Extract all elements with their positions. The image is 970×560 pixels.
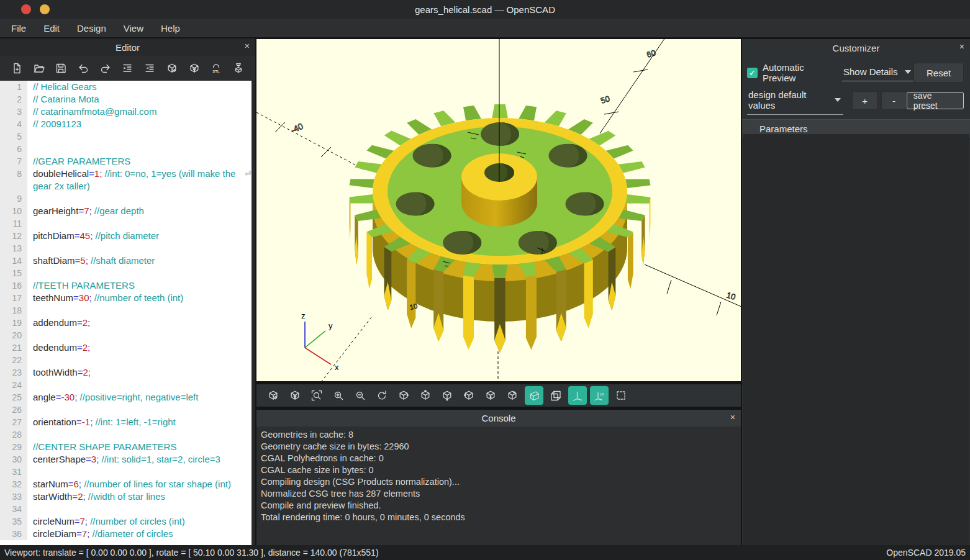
preview-icon[interactable] <box>264 386 283 405</box>
line-number: 4 <box>0 118 27 130</box>
console-line: CGAL cache size in bytes: 0 <box>261 464 737 476</box>
editor-close-icon[interactable]: × <box>245 42 250 50</box>
code-line-32: 32starNum=6; //number of lines for star … <box>0 478 252 490</box>
code-line-10: 10gearHeight=7; //gear depth <box>0 205 252 217</box>
menu-item-help[interactable]: Help <box>152 20 189 36</box>
console-line: Compiling design (CSG Products normaliza… <box>261 476 737 488</box>
line-number: 31 <box>0 466 27 478</box>
code-line-15: 15 <box>0 267 252 279</box>
code-line-28: 28 <box>0 428 252 441</box>
title-bar: gears_helical.scad — OpenSCAD <box>0 0 970 19</box>
orthogonal-icon[interactable] <box>546 386 565 405</box>
perspective-icon[interactable] <box>525 386 543 405</box>
undo-icon[interactable] <box>74 60 93 77</box>
code-line-9: 9 <box>0 192 252 205</box>
line-number: 22 <box>0 354 27 366</box>
line-number: 21 <box>0 341 27 354</box>
open-icon[interactable] <box>30 60 48 77</box>
indent-icon[interactable] <box>118 60 137 77</box>
line-number: 17 <box>0 292 27 304</box>
code-line-29: 29//CENTER SHAPE PARAMETERS <box>0 441 252 453</box>
preset-dropdown[interactable]: design default values <box>747 87 843 115</box>
unindent-icon[interactable] <box>140 60 159 77</box>
view-front-icon[interactable] <box>481 386 500 405</box>
line-number: 18 <box>0 304 27 317</box>
show-crosshairs-icon[interactable] <box>612 386 630 405</box>
reset-view-icon[interactable] <box>373 386 391 405</box>
export-stl-icon[interactable]: STL <box>207 60 225 77</box>
console-close-icon[interactable]: × <box>730 413 735 422</box>
code-line-14: 14shaftDiam=5; //shaft diameter <box>0 255 252 267</box>
menu-bar: FileEditDesignViewHelp <box>0 19 970 37</box>
code-editor[interactable]: 1// Helical Gears2// Catarina Mota3// ca… <box>0 81 252 545</box>
line-number: 3 <box>0 106 27 118</box>
code-line-7: 7//GEAR PARAMETERS <box>0 155 252 168</box>
menu-item-design[interactable]: Design <box>68 20 115 36</box>
code-line-22: 22 <box>0 354 252 366</box>
preview-icon[interactable] <box>163 60 181 77</box>
code-line-6: 6 <box>0 143 252 155</box>
code-line-35: 35circleNum=7; //number of circles (int) <box>0 515 252 528</box>
print-3d-icon[interactable] <box>229 60 248 77</box>
zoom-in-icon[interactable] <box>329 386 348 405</box>
axis-label-x: x <box>335 363 339 372</box>
save-preset-button[interactable]: save preset <box>907 92 964 109</box>
line-number: 19 <box>0 317 27 329</box>
status-bar: Viewport: translate = [ 0.00 0.00 0.00 ]… <box>0 545 970 560</box>
render-icon[interactable] <box>185 60 204 77</box>
viewport-toolbar: 10 <box>256 384 741 407</box>
window-close-button[interactable] <box>21 4 31 14</box>
code-line-17: 17teethNum=30; //number of teeth (int) <box>0 292 252 304</box>
status-viewport-info: Viewport: translate = [ 0.00 0.00 0.00 ]… <box>4 548 379 558</box>
menu-item-file[interactable]: File <box>2 20 35 36</box>
zoom-out-icon[interactable] <box>351 386 369 405</box>
code-line-20: 20 <box>0 329 252 341</box>
line-number: 29 <box>0 441 27 453</box>
show-axes-icon[interactable] <box>568 386 587 405</box>
line-number: 25 <box>0 391 27 404</box>
svg-text:10: 10 <box>600 392 604 396</box>
zoom-all-icon[interactable] <box>307 386 326 405</box>
window-minimize-button[interactable] <box>40 4 50 14</box>
3d-viewport[interactable]: -40 50 60 10 10 z y x <box>256 39 741 381</box>
add-preset-button[interactable]: + <box>852 91 877 110</box>
console-log[interactable]: Geometries in cache: 8Geometry cache siz… <box>256 427 741 526</box>
show-scale-markers-icon[interactable]: 10 <box>590 386 609 405</box>
line-number: 24 <box>0 379 27 391</box>
view-bottom-icon[interactable] <box>438 386 456 405</box>
line-number: 9 <box>0 192 27 205</box>
line-number: 1 <box>0 81 27 93</box>
line-number: 36 <box>0 528 27 540</box>
customizer-header: Customizer × <box>742 39 970 56</box>
remove-preset-button[interactable]: - <box>881 91 907 110</box>
view-right-icon[interactable] <box>394 386 413 405</box>
console-line: Normalized CSG tree has 287 elements <box>261 488 737 500</box>
line-number: 5 <box>0 130 27 143</box>
show-details-dropdown[interactable]: Show Details <box>842 64 913 81</box>
code-line-36: 36circleDiam=7; //diameter of circles <box>0 528 252 540</box>
reset-button[interactable]: Reset <box>913 63 964 83</box>
menu-item-view[interactable]: View <box>115 20 152 36</box>
status-version: OpenSCAD 2019.05 <box>886 548 966 558</box>
save-icon[interactable] <box>52 60 70 77</box>
render-icon[interactable] <box>286 386 304 405</box>
console-line: Compile and preview finished. <box>261 500 737 512</box>
menu-item-edit[interactable]: Edit <box>35 20 68 36</box>
code-line-30: 30centerShape=3; //int: solid=1, star=2,… <box>0 453 252 466</box>
chevron-down-icon <box>835 98 841 102</box>
axis-label-z: z <box>301 311 306 320</box>
customizer-close-icon[interactable]: × <box>959 42 964 51</box>
automatic-preview-checkbox[interactable]: ✓ <box>747 68 758 78</box>
line-number: 15 <box>0 267 27 279</box>
code-line-24: 24 <box>0 379 252 391</box>
line-number: 27 <box>0 416 27 428</box>
view-left-icon[interactable] <box>460 386 478 405</box>
redo-icon[interactable] <box>96 60 115 77</box>
line-number: 12 <box>0 230 27 242</box>
code-line-27: 27orientation=-1; //int: 1=left, -1=righ… <box>0 416 252 428</box>
new-file-icon[interactable] <box>7 60 26 77</box>
line-number: 30 <box>0 453 27 466</box>
view-top-icon[interactable] <box>416 386 435 405</box>
line-wrap-marker-icon: ⏎ <box>245 168 251 180</box>
view-back-icon[interactable] <box>503 386 522 405</box>
